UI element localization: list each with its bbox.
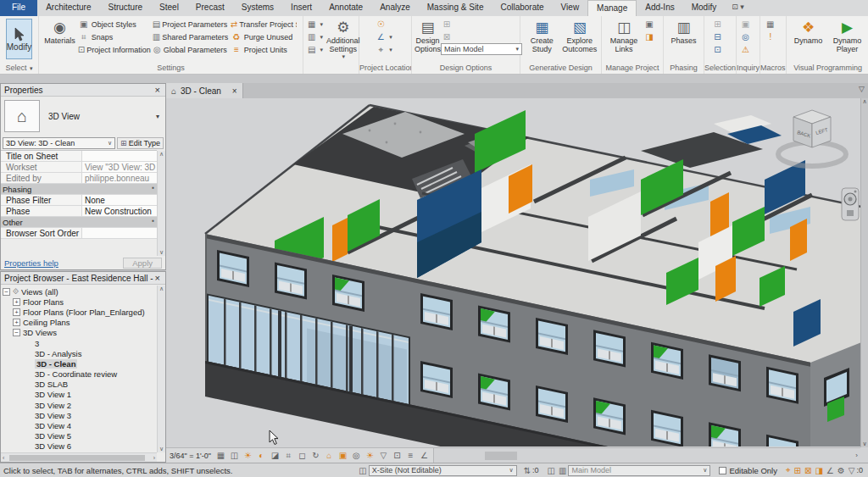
worksharing-display-icon[interactable]: ⊡ [392, 451, 403, 460]
shadows-icon[interactable]: ◐ [256, 451, 267, 460]
temporary-hide-isolate-icon[interactable]: ⌂ [324, 451, 335, 460]
phases-button[interactable]: ▥ Phases [666, 18, 701, 45]
tree-item-floor-plans[interactable]: +Floor Plans [1, 297, 157, 307]
tree-item-3d-slab[interactable]: 3D SLAB [1, 380, 157, 390]
properties-help-link[interactable]: Properties help [4, 258, 58, 268]
tree-item-3d-views[interactable]: −3D Views [1, 328, 157, 338]
browser-vertical-scrollbar[interactable]: ∧∨ [157, 286, 165, 452]
scroll-down-icon[interactable]: ∨ [158, 249, 165, 256]
scrollbar-thumb[interactable] [485, 452, 517, 460]
tab-collaborate[interactable]: Collaborate [492, 0, 552, 16]
position-button[interactable]: ⌖▾ [375, 43, 392, 56]
scroll-right-icon[interactable]: › [152, 455, 157, 461]
structural-settings-button[interactable]: ▦▾ [306, 18, 323, 31]
explore-outcomes-button[interactable]: ▧ Explore Outcomes [561, 18, 599, 53]
create-study-button[interactable]: ▦ Create Study [523, 18, 561, 53]
edit-type-button[interactable]: ⊞ Edit Type [117, 137, 164, 149]
tree-item-3d-coordinate-review[interactable]: 3D - Coordinate review [1, 369, 157, 380]
render-icon[interactable]: ◪ [270, 451, 281, 460]
gear-icon[interactable]: ⚙ [836, 466, 847, 475]
project-browser-close-icon[interactable]: × [153, 273, 162, 283]
modify-button[interactable]: Modify [6, 19, 32, 59]
decal-types-button[interactable]: ◨ [643, 31, 657, 43]
tree-item-3d-view-5[interactable]: 3D View 5 [1, 431, 157, 441]
tree-item-floor-plans-enlarged[interactable]: +Floor Plans (Floor Plan_Enlarged) [1, 307, 157, 317]
tree-item-3d-view-4[interactable]: 3D View 4 [1, 420, 157, 430]
project-information-button[interactable]: ⊡Project Information [78, 43, 149, 56]
model-view[interactable]: BACK LEFT [166, 98, 860, 447]
reveal-hidden-elements-icon[interactable]: ▣ [337, 451, 348, 460]
manage-links-button[interactable]: ◫ Manage Links [604, 18, 643, 53]
dynamo-player-button[interactable]: ▶ Dynamo Player [828, 18, 867, 53]
reveal-constraints-icon[interactable]: ▽ [378, 451, 389, 460]
property-row[interactable]: Browser Sort Order [1, 228, 157, 239]
coordinates-button[interactable]: ∠▾ [375, 31, 392, 43]
property-row[interactable]: Title on Sheet [1, 151, 157, 162]
ids-of-selection-button[interactable]: ▣ [740, 18, 754, 31]
file-menu-button[interactable]: File [0, 0, 37, 16]
design-options-button[interactable]: ▤ Design Options [415, 18, 441, 53]
manage-images-button[interactable]: ▣ [643, 18, 657, 31]
instance-selector[interactable]: 3D View: 3D - Clean ∨ [3, 137, 115, 149]
visual-style-icon[interactable]: ◫ [229, 451, 240, 460]
global-parameters-button[interactable]: ◎Global Parameters [153, 43, 227, 56]
drag-on-selection-icon[interactable]: ∠ [825, 466, 836, 475]
canvas-vertical-scrollbar[interactable]: ∧∨ [860, 98, 868, 447]
tree-item-3d-view-1[interactable]: 3D View 1 [1, 390, 157, 400]
tab-insert[interactable]: Insert [282, 0, 320, 16]
worksets-status-icon[interactable]: ◫ [357, 466, 368, 475]
scroll-right-icon[interactable]: › [853, 452, 860, 459]
tab-precast[interactable]: Precast [187, 0, 233, 16]
tree-item-3d-view-2[interactable]: 3D View 2 [1, 400, 157, 410]
tab-add-ins[interactable]: Add-Ins [637, 0, 682, 16]
purge-unused-button[interactable]: ♻Purge Unused [231, 31, 297, 43]
view-scale-button[interactable]: 3/64" = 1'-0" [170, 452, 211, 460]
properties-header[interactable]: Properties × [1, 84, 165, 97]
macro-security-button[interactable]: ! [765, 31, 778, 43]
mep-settings-button[interactable]: ▥▾ [306, 31, 323, 43]
pick-to-edit-button[interactable]: ⊠ [441, 31, 522, 43]
worksets-dialog-icon[interactable]: ◫ [546, 466, 557, 475]
scroll-down-icon[interactable]: ∨ [861, 441, 868, 447]
tree-item-ceiling-plans[interactable]: +Ceiling Plans [1, 318, 157, 328]
view-tab-3d-clean[interactable]: ⌂ 3D - Clean × [166, 83, 243, 98]
property-row[interactable]: PhaseNew Construction [1, 206, 157, 217]
tab-massing-site[interactable]: Massing & Site [419, 0, 492, 16]
tab-view[interactable]: View [553, 0, 588, 16]
detail-level-icon[interactable]: ▦ [215, 451, 226, 460]
tab-annotate[interactable]: Annotate [320, 0, 371, 16]
tree-item-3d-view-3[interactable]: 3D View 3 [1, 410, 157, 420]
select-pinned-icon[interactable]: ⊠ [803, 466, 813, 475]
canvas-horizontal-scrollbar[interactable]: › [433, 448, 860, 463]
scrollbar-thumb[interactable] [9, 455, 145, 461]
dynamo-button[interactable]: ❖ Dynamo [789, 18, 828, 45]
additional-settings-button[interactable]: ⚙ Additional Settings ▾ [326, 18, 360, 60]
analytical-model-icon[interactable]: ≡ [405, 451, 416, 460]
transfer-project-standards-button[interactable]: ⇄Transfer Project Standards [231, 18, 297, 31]
scroll-up-icon[interactable]: ∧ [158, 151, 165, 158]
apply-button[interactable]: Apply [123, 258, 162, 269]
selection-filter-icon[interactable]: ▽ [847, 466, 857, 475]
select-underlay-icon[interactable]: ⊞ [793, 466, 803, 475]
select-links-icon[interactable]: ⌖ [784, 465, 793, 475]
tree-item-3[interactable]: 3 [1, 338, 157, 348]
design-options-dialog-icon[interactable]: ▥ [557, 466, 568, 475]
type-selector-caret[interactable]: ▾ [156, 113, 159, 120]
view-tab-filter-icon[interactable]: ▽ [855, 83, 868, 98]
property-row[interactable]: WorksetView "3D View: 3D - Cl... [1, 162, 157, 173]
tab-analyze[interactable]: Analyze [371, 0, 419, 16]
navigation-wheel[interactable] [842, 188, 859, 220]
active-design-option-status-select[interactable]: Main Model ∨ [568, 465, 710, 476]
tab-systems[interactable]: Systems [233, 0, 282, 16]
scroll-left-icon[interactable]: ‹ [1, 455, 6, 461]
show-crop-region-icon[interactable]: ◻ [297, 451, 308, 460]
displacement-icon[interactable]: ☀ [364, 451, 376, 460]
edit-selection-button[interactable]: ⊡ [712, 43, 726, 56]
tab-manage[interactable]: Manage [587, 0, 637, 16]
tab-steel[interactable]: Steel [151, 0, 187, 16]
ribbon-display-toggle[interactable]: ⊡ ▾ [725, 0, 751, 16]
location-button[interactable]: ☉ [375, 18, 392, 31]
macro-manager-button[interactable]: ▦ [765, 18, 778, 31]
load-selection-button[interactable]: ⊟ [712, 31, 726, 43]
active-design-option-select[interactable]: Main Model ▾ [441, 43, 522, 55]
